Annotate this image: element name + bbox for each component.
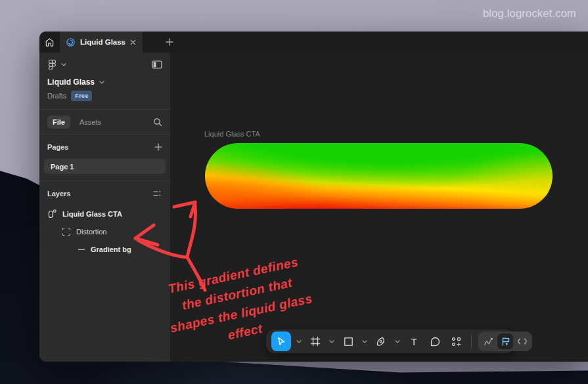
- chevron-down-icon: [61, 63, 66, 66]
- draw-mode-button[interactable]: [480, 333, 496, 349]
- actions-icon: [451, 336, 462, 347]
- move-tool-menu[interactable]: [295, 340, 303, 343]
- dev-mode-button[interactable]: [514, 333, 530, 349]
- bottom-toolbar: T: [266, 330, 514, 353]
- layer-name: Distortion: [76, 228, 106, 236]
- layer-row-distortion[interactable]: Distortion: [39, 223, 170, 240]
- page-name: Page 1: [51, 163, 74, 171]
- tab-liquid-glass[interactable]: Liquid Glass: [60, 32, 143, 53]
- tab-bar: Liquid Glass: [39, 32, 588, 53]
- layer-name: Liquid Glass CTA: [62, 210, 122, 218]
- toggle-sidebar-icon[interactable]: [152, 60, 162, 69]
- tab-title: Liquid Glass: [80, 38, 125, 46]
- app-body: Liquid Glass Drafts Free File Assets: [39, 53, 588, 362]
- frame-tool-icon: [310, 336, 321, 347]
- watermark: blog.logrocket.com: [483, 7, 576, 20]
- chevron-down-icon: [99, 81, 104, 84]
- shape-tool-button[interactable]: [340, 333, 357, 350]
- plus-icon: [166, 38, 173, 46]
- search-icon[interactable]: [153, 117, 162, 127]
- design-mode-icon: [501, 337, 510, 347]
- layer-name: Gradient bg: [91, 245, 131, 253]
- collapse-layers-icon[interactable]: [153, 190, 162, 198]
- figma-logo-icon: [47, 59, 57, 70]
- rectangle-icon: [344, 337, 353, 347]
- chevron-down-icon: [362, 340, 367, 343]
- text-tool-icon: T: [411, 336, 417, 347]
- layer-row-gradient-bg[interactable]: Gradient bg: [39, 240, 170, 258]
- home-button[interactable]: [39, 32, 60, 53]
- pen-tool-menu[interactable]: [394, 340, 401, 343]
- mode-switcher: [478, 331, 532, 351]
- actions-button[interactable]: [447, 333, 464, 350]
- code-icon: [517, 337, 528, 345]
- frame-tool-button[interactable]: [307, 333, 324, 350]
- tab-file[interactable]: File: [47, 116, 70, 129]
- cursor-icon: [276, 336, 286, 347]
- canvas[interactable]: Liquid Glass CTA: [170, 53, 588, 362]
- move-tool-button[interactable]: [271, 331, 291, 351]
- chevron-down-icon: [329, 340, 334, 343]
- layer-row-liquid-glass-cta[interactable]: Liquid Glass CTA: [39, 205, 170, 223]
- figma-file-icon: [66, 37, 76, 47]
- file-name: Liquid Glass: [47, 77, 95, 87]
- plan-badge: Free: [71, 91, 92, 101]
- file-location[interactable]: Drafts: [47, 92, 66, 100]
- chevron-down-icon: [395, 340, 400, 343]
- scribble-icon: [484, 337, 493, 347]
- comment-icon: [430, 336, 441, 347]
- divider: [39, 181, 170, 181]
- line-icon: [78, 245, 85, 253]
- comment-tool-button[interactable]: [426, 333, 443, 350]
- gradient-pill-object[interactable]: [205, 143, 553, 209]
- tab-assets[interactable]: Assets: [74, 116, 106, 129]
- frame-icon: [47, 209, 57, 219]
- shape-tool-menu[interactable]: [361, 340, 369, 343]
- pen-tool-button[interactable]: [373, 333, 390, 350]
- main-menu-button[interactable]: [47, 59, 66, 70]
- home-icon: [45, 37, 55, 47]
- divider: [39, 134, 170, 135]
- frame-tool-menu[interactable]: [328, 340, 336, 343]
- pages-header: Pages: [47, 143, 68, 151]
- group-icon: [62, 227, 71, 236]
- design-mode-button[interactable]: [497, 333, 513, 349]
- add-page-icon[interactable]: [154, 143, 162, 151]
- pen-icon: [376, 336, 386, 347]
- file-name-menu[interactable]: Liquid Glass: [39, 76, 170, 87]
- close-icon[interactable]: [130, 39, 136, 45]
- chevron-down-icon: [296, 340, 302, 343]
- figma-window: Liquid Glass: [39, 32, 588, 362]
- toolbar-divider: [471, 334, 472, 349]
- frame-label[interactable]: Liquid Glass CTA: [204, 130, 260, 138]
- desktop: { "watermark": "blog.logrocket.com", "ta…: [0, 0, 588, 384]
- layers-header: Layers: [47, 190, 70, 198]
- new-tab-button[interactable]: [158, 32, 181, 53]
- page-item-page1[interactable]: Page 1: [44, 159, 166, 174]
- left-sidebar: Liquid Glass Drafts Free File Assets: [39, 53, 170, 362]
- text-tool-button[interactable]: T: [405, 333, 422, 350]
